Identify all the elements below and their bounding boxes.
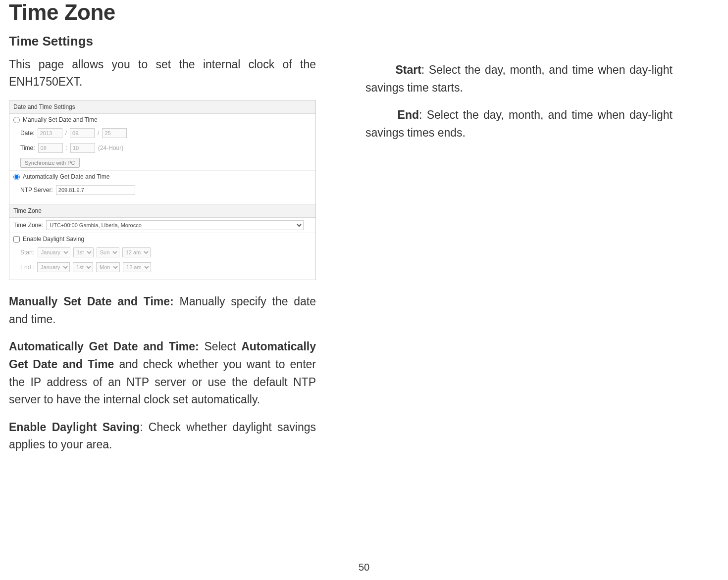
ntp-row: NTP Server: [9,183,315,204]
para-auto: Automatically Get Date and Time: Select … [9,338,316,409]
para-auto-label: Automatically Get Date and Time: [9,340,199,353]
tz-label: Time Zone: [13,222,43,229]
end-month-select[interactable]: January [37,262,70,272]
end-day-select[interactable]: 1st [73,262,93,272]
start-month-select[interactable]: January [38,247,70,257]
start-day-select[interactable]: 1st [73,247,94,257]
date-day-input[interactable] [102,128,127,138]
auto-label: Automatically Get Date and Time [23,173,109,180]
start-hour-select[interactable]: 12 am [122,247,151,257]
dst-row: Enable Daylight Saving [9,233,315,245]
time-format-label: (24-Hour) [98,145,123,151]
end-label: End : [20,264,34,271]
dst-start-row: Start: January 1st Sun 12 am [9,245,315,260]
dst-label: Enable Daylight Saving [23,236,84,242]
sync-row: Synchronize with PC [9,155,315,171]
ntp-label: NTP Server: [20,187,53,193]
date-label: Date: [20,130,35,137]
end-bold: End [398,108,419,121]
date-row: Date: / / [9,126,315,141]
time-sep: : [66,145,67,151]
manual-label: Manually Set Date and Time [23,116,98,123]
date-sep1: / [65,130,67,137]
para-manual-label: Manually Set Date and Time: [9,295,174,308]
time-min-input[interactable] [70,143,95,153]
para-auto-t1: Select [199,340,241,353]
two-column-layout: Time Settings This page allows you to se… [9,34,719,464]
date-month-input[interactable] [70,128,95,138]
checkbox-dst[interactable] [13,236,20,242]
manual-row: Manually Set Date and Time [9,114,315,126]
left-column: Time Settings This page allows you to se… [9,34,316,464]
para-dst: Enable Daylight Saving: Check whether da… [9,419,316,454]
radio-auto[interactable] [13,174,20,180]
time-label: Time: [20,145,35,151]
page-number: 50 [0,562,728,573]
para-end: End: Select the day, month, and time whe… [365,106,673,142]
auto-row: Automatically Get Date and Time [9,171,315,183]
start-weekday-select[interactable]: Sun [97,247,119,257]
dst-end-row: End : January 1st Mon 12 am [9,260,315,275]
start-label: Start: [20,249,35,256]
end-hour-select[interactable]: 12 am [123,262,151,272]
end-weekday-select[interactable]: Mon [96,262,120,272]
right-column: Start: Select the day, month, and time w… [365,34,673,464]
panel-header-datetime: Date and Time Settings [9,100,315,114]
timezone-select[interactable]: UTC+00:00 Gambia, Liberia, Morocco [46,220,304,230]
ntp-server-input[interactable] [56,185,135,195]
para-dst-label: Enable Daylight Saving [9,421,140,434]
section-subtitle: Time Settings [9,34,316,49]
para-manual: Manually Set Date and Time: Manually spe… [9,293,316,328]
panel-header-timezone: Time Zone [9,204,315,218]
sync-pc-button[interactable]: Synchronize with PC [20,158,80,168]
date-year-input[interactable] [38,128,62,138]
para-start: Start: Select the day, month, and time w… [365,61,673,97]
page-title: Time Zone [9,0,719,25]
time-hour-input[interactable] [38,143,63,153]
settings-panel: Date and Time Settings Manually Set Date… [9,100,316,280]
radio-manual[interactable] [13,117,20,123]
tz-row: Time Zone: UTC+00:00 Gambia, Liberia, Mo… [9,218,315,233]
date-sep2: / [98,130,99,137]
time-row: Time: : (24-Hour) [9,141,315,155]
intro-paragraph: This page allows you to set the internal… [9,56,316,90]
start-bold: Start [395,63,421,76]
